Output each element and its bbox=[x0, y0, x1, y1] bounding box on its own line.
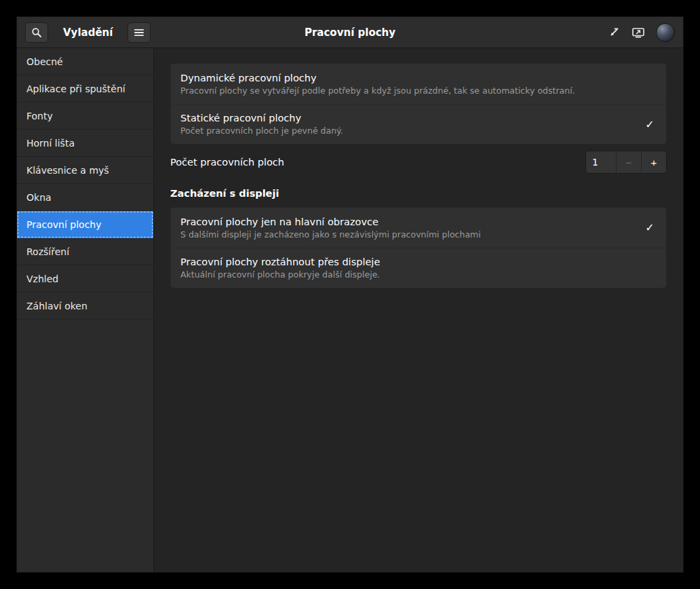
workspace-count-label: Počet pracovních ploch bbox=[170, 157, 585, 168]
option-subtitle: Pracovní plochy se vytvářejí podle potře… bbox=[180, 86, 657, 96]
window-body: Obecné Aplikace při spuštění Fonty Horní… bbox=[17, 48, 683, 572]
display-handling-group: Pracovní plochy jen na hlavní obrazovce … bbox=[170, 207, 667, 288]
option-title: Pracovní plochy roztáhnout přes displeje bbox=[180, 256, 657, 267]
workspace-mode-group: Dynamické pracovní plochy Pracovní ploch… bbox=[170, 63, 667, 145]
sidebar-item-label: Klávesnice a myš bbox=[26, 165, 109, 176]
option-text: Dynamické pracovní plochy Pracovní ploch… bbox=[180, 73, 657, 96]
sidebar-item-label: Okna bbox=[26, 192, 52, 203]
sidebar-item-label: Aplikace při spuštění bbox=[26, 83, 125, 94]
sidebar-item-horni-lista[interactable]: Horní lišta bbox=[17, 130, 153, 157]
check-icon: ✓ bbox=[643, 118, 657, 131]
option-text: Pracovní plochy roztáhnout přes displeje… bbox=[180, 256, 657, 280]
sidebar-item-zahlavi-oken[interactable]: Záhlaví oken bbox=[17, 292, 153, 320]
sidebar-item-label: Rozšíření bbox=[26, 246, 69, 257]
spin-plus-button[interactable]: + bbox=[641, 151, 666, 173]
option-title: Pracovní plochy jen na hlavní obrazovce bbox=[180, 216, 635, 227]
headerbar: Vyladění Pracovní plochy bbox=[17, 17, 683, 48]
desktop-background: Vyladění Pracovní plochy bbox=[0, 0, 700, 589]
sidebar-item-label: Pracovní plochy bbox=[26, 219, 102, 230]
option-text: Statické pracovní plochy Počet pracovníc… bbox=[180, 113, 635, 136]
pointer-icon[interactable] bbox=[607, 26, 621, 39]
sidebar-item-label: Obecné bbox=[26, 56, 63, 67]
static-workspaces-option[interactable]: Statické pracovní plochy Počet pracovníc… bbox=[171, 104, 666, 144]
sidebar-item-klavesnice-a-mys[interactable]: Klávesnice a myš bbox=[17, 157, 153, 184]
sidebar-item-vzhled[interactable]: Vzhled bbox=[17, 265, 153, 292]
sidebar-item-label: Záhlaví oken bbox=[26, 301, 88, 311]
dynamic-workspaces-option[interactable]: Dynamické pracovní plochy Pracovní ploch… bbox=[171, 64, 666, 104]
option-subtitle: Počet pracovních ploch je pevně daný. bbox=[180, 126, 635, 136]
option-subtitle: S dalšími displeji je zacházeno jako s n… bbox=[180, 229, 635, 240]
sidebar-item-okna[interactable]: Okna bbox=[17, 184, 153, 211]
hamburger-menu-icon bbox=[132, 26, 146, 39]
sidebar-item-pracovni-plochy[interactable]: Pracovní plochy bbox=[17, 211, 153, 238]
workspace-count-spinbutton: 1 − + bbox=[585, 151, 667, 174]
sidebar-item-aplikace-pri-spusteni[interactable]: Aplikace při spuštění bbox=[17, 75, 153, 102]
option-title: Statické pracovní plochy bbox=[180, 113, 635, 124]
sidebar-item-obecne[interactable]: Obecné bbox=[17, 48, 153, 75]
headerbar-right bbox=[607, 23, 675, 42]
workspace-count-row: Počet pracovních ploch 1 − + bbox=[170, 149, 667, 176]
option-title: Dynamické pracovní plochy bbox=[180, 73, 657, 83]
sidebar-item-rozsireni[interactable]: Rozšíření bbox=[17, 238, 153, 265]
search-button[interactable] bbox=[25, 22, 48, 43]
sidebar: Obecné Aplikace při spuštění Fonty Horní… bbox=[17, 48, 154, 572]
app-title: Vyladění bbox=[63, 26, 113, 39]
workspaces-span-displays-option[interactable]: Pracovní plochy roztáhnout přes displeje… bbox=[171, 248, 666, 288]
workspaces-primary-display-option[interactable]: Pracovní plochy jen na hlavní obrazovce … bbox=[171, 208, 666, 248]
search-icon bbox=[30, 26, 43, 39]
sidebar-item-label: Fonty bbox=[26, 111, 53, 121]
tweaks-window: Vyladění Pracovní plochy bbox=[16, 16, 684, 573]
sidebar-item-label: Vzhled bbox=[26, 273, 58, 284]
headerbar-left: Vyladění bbox=[25, 22, 151, 43]
option-text: Pracovní plochy jen na hlavní obrazovce … bbox=[180, 216, 635, 240]
check-icon: ✓ bbox=[643, 221, 657, 234]
display-section-title: Zacházení s displeji bbox=[170, 188, 667, 199]
workspaces-page: Dynamické pracovní plochy Pracovní ploch… bbox=[154, 48, 683, 572]
avatar[interactable] bbox=[656, 23, 675, 42]
display-cast-icon[interactable] bbox=[631, 26, 645, 39]
primary-menu-button[interactable] bbox=[128, 22, 151, 43]
sidebar-item-fonty[interactable]: Fonty bbox=[17, 102, 153, 130]
sidebar-item-label: Horní lišta bbox=[26, 138, 75, 149]
spin-value-entry[interactable]: 1 bbox=[586, 151, 616, 173]
spin-minus-button[interactable]: − bbox=[616, 151, 641, 173]
option-subtitle: Aktuální pracovní plocha pokryje další d… bbox=[180, 269, 657, 280]
